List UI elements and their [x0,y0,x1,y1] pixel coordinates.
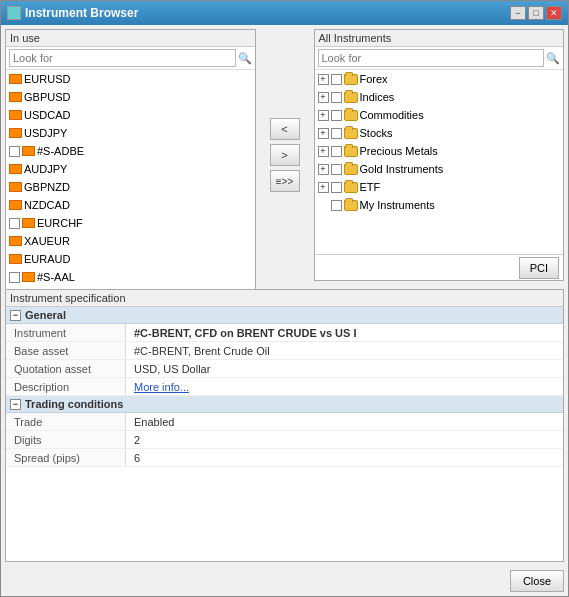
all-instruments-list[interactable]: + Forex + Indices + [315,70,564,254]
spec-value: 6 [126,449,563,466]
list-item[interactable]: EURCHF [6,214,255,232]
list-item[interactable]: USDCAD [6,106,255,124]
move-left-button[interactable]: < [270,118,300,140]
more-info-link[interactable]: More info... [134,381,189,393]
instrument-flag-icon [22,218,35,228]
instrument-flag-icon [9,128,22,138]
all-instruments-search-row: 🔍 [315,47,564,70]
instrument-flag-icon [9,164,22,174]
instrument-name: #S-AAL [37,271,75,283]
tree-item-indices[interactable]: + Indices [315,88,564,106]
tree-item-precious-metals[interactable]: + Precious Metals [315,142,564,160]
instrument-name: EURAUD [24,253,70,265]
in-use-search-icon: 🔍 [238,52,252,65]
spec-label: Instrument specification [6,290,563,307]
instrument-specification-section: Instrument specification − General Instr… [5,289,564,562]
window-title: Instrument Browser [25,6,138,20]
item-checkbox[interactable] [331,92,342,103]
in-use-search-input[interactable] [9,49,236,67]
instrument-name: EURCHF [37,217,83,229]
group-expander[interactable]: − [10,399,21,410]
tree-expander[interactable]: + [318,128,329,139]
instrument-name: XAUEUR [24,235,70,247]
item-checkbox[interactable] [331,74,342,85]
spec-key: Quotation asset [6,360,126,377]
spec-value: Enabled [126,413,563,430]
instrument-flag-icon [9,74,22,84]
folder-icon [344,182,358,193]
list-item[interactable]: AUDJPY [6,160,255,178]
item-checkbox[interactable] [331,182,342,193]
spec-key: Digits [6,431,126,448]
tree-item-stocks[interactable]: + Stocks [315,124,564,142]
instrument-name: EURUSD [24,73,70,85]
tree-expander[interactable]: + [318,110,329,121]
close-button[interactable]: Close [510,570,564,592]
item-checkbox[interactable] [331,164,342,175]
tree-expander[interactable]: + [318,164,329,175]
group-expander[interactable]: − [10,310,21,321]
minimize-button[interactable]: − [510,6,526,20]
tree-item-my-instruments[interactable]: My Instruments [315,196,564,214]
list-item[interactable]: #S-AAL [6,268,255,286]
spec-row-base-asset: Base asset #C-BRENT, Brent Crude Oil [6,342,563,360]
trading-conditions-group-header: − Trading conditions [6,396,563,413]
tree-item-etf[interactable]: + ETF [315,178,564,196]
instrument-name: USDJPY [24,127,67,139]
category-name: Commodities [360,109,424,121]
item-checkbox[interactable] [9,218,20,229]
item-checkbox[interactable] [331,146,342,157]
tree-item-gold-instruments[interactable]: + Gold Instruments [315,160,564,178]
top-panels: In use 🔍 EURUSD GBPUSD [1,25,568,285]
folder-icon [344,92,358,103]
item-checkbox[interactable] [9,272,20,283]
move-right-button[interactable]: > [270,144,300,166]
tree-expander[interactable]: + [318,146,329,157]
close-title-button[interactable]: ✕ [546,6,562,20]
list-item[interactable]: NZDCAD [6,196,255,214]
instrument-flag-icon [22,146,35,156]
spec-value: #C-BRENT, CFD on BRENT CRUDE vs US I [126,324,563,341]
tree-expander[interactable]: + [318,74,329,85]
tree-expander[interactable]: + [318,92,329,103]
instrument-flag-icon [9,110,22,120]
maximize-button[interactable]: □ [528,6,544,20]
folder-icon [344,164,358,175]
move-all-right-button[interactable]: ≡ >> [270,170,300,192]
title-controls: − □ ✕ [510,6,562,20]
instrument-name: GBPUSD [24,91,70,103]
tree-item-forex[interactable]: + Forex [315,70,564,88]
list-item[interactable]: XAUEUR [6,232,255,250]
item-checkbox[interactable] [331,200,342,211]
group-name: General [25,309,66,321]
instrument-flag-icon [9,236,22,246]
instrument-name: AUDJPY [24,163,67,175]
spec-key: Base asset [6,342,126,359]
all-instruments-search-input[interactable] [318,49,545,67]
category-name: Gold Instruments [360,163,444,175]
list-item[interactable]: EURUSD [6,70,255,88]
middle-controls: < > ≡ >> [260,29,310,281]
list-item[interactable]: GBPUSD [6,88,255,106]
folder-icon [344,110,358,121]
item-checkbox[interactable] [9,146,20,157]
category-name: ETF [360,181,381,193]
spec-row-description: Description More info... [6,378,563,396]
list-item[interactable]: EURAUD [6,250,255,268]
tree-item-commodities[interactable]: + Commodities [315,106,564,124]
tree-expander[interactable]: + [318,182,329,193]
instrument-flag-icon [9,254,22,264]
instrument-flag-icon [22,272,35,282]
item-checkbox[interactable] [331,128,342,139]
item-checkbox[interactable] [331,110,342,121]
pci-button[interactable]: PCI [519,257,559,279]
list-item[interactable]: GBPNZD [6,178,255,196]
in-use-panel: In use 🔍 EURUSD GBPUSD [5,29,256,281]
list-item[interactable]: USDJPY [6,124,255,142]
spec-value: #C-BRENT, Brent Crude Oil [126,342,563,359]
list-item[interactable]: #S-ADBE [6,142,255,160]
instrument-name: USDCAD [24,109,70,121]
all-instruments-search-icon: 🔍 [546,52,560,65]
instrument-name: #S-ADBE [37,145,84,157]
spec-key: Instrument [6,324,126,341]
